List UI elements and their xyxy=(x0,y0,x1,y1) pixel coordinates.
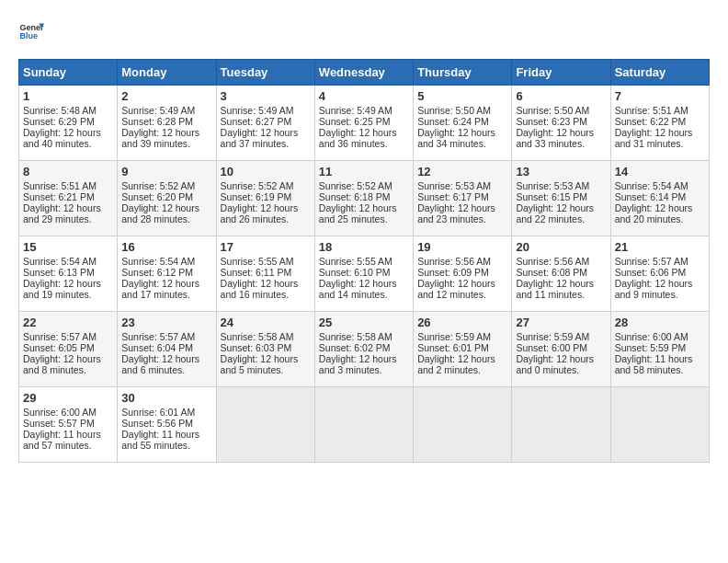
logo: General Blue xyxy=(18,18,44,44)
calendar-cell: 1Sunrise: 5:48 AMSunset: 6:29 PMDaylight… xyxy=(19,86,118,161)
calendar-cell: 10Sunrise: 5:52 AMSunset: 6:19 PMDayligh… xyxy=(216,161,314,236)
sunset-text: Sunset: 6:22 PM xyxy=(615,116,687,127)
day-header-tuesday: Tuesday xyxy=(216,60,314,86)
sunrise-text: Sunrise: 5:48 AM xyxy=(23,105,97,116)
day-number: 22 xyxy=(23,316,113,329)
day-header-saturday: Saturday xyxy=(610,60,709,86)
sunrise-text: Sunrise: 5:52 AM xyxy=(221,180,294,191)
logo-icon: General Blue xyxy=(18,18,44,44)
calendar-cell: 13Sunrise: 5:53 AMSunset: 6:15 PMDayligh… xyxy=(512,161,610,236)
sunset-text: Sunset: 5:56 PM xyxy=(121,418,193,429)
sunrise-text: Sunrise: 5:51 AM xyxy=(23,180,97,191)
calendar-cell: 4Sunrise: 5:49 AMSunset: 6:25 PMDaylight… xyxy=(314,86,413,161)
calendar-week-3: 15Sunrise: 5:54 AMSunset: 6:13 PMDayligh… xyxy=(19,236,710,312)
day-number: 19 xyxy=(417,240,507,254)
sunrise-text: Sunrise: 5:49 AM xyxy=(121,105,195,116)
calendar-week-4: 22Sunrise: 5:57 AMSunset: 6:05 PMDayligh… xyxy=(19,312,710,387)
sunrise-text: Sunrise: 5:52 AM xyxy=(319,180,392,191)
calendar-cell: 8Sunrise: 5:51 AMSunset: 6:21 PMDaylight… xyxy=(19,161,118,236)
sunset-text: Sunset: 6:25 PM xyxy=(319,116,391,127)
daylight-text: Daylight: 12 hours and 34 minutes. xyxy=(417,127,495,149)
sunset-text: Sunset: 6:05 PM xyxy=(23,342,95,353)
day-number: 18 xyxy=(319,240,409,254)
day-number: 7 xyxy=(615,89,705,103)
sunset-text: Sunset: 6:12 PM xyxy=(121,267,193,278)
calendar-table: SundayMondayTuesdayWednesdayThursdayFrid… xyxy=(18,59,710,463)
daylight-text: Daylight: 12 hours and 37 minutes. xyxy=(221,127,299,149)
sunrise-text: Sunrise: 5:51 AM xyxy=(615,105,688,116)
daylight-text: Daylight: 12 hours and 31 minutes. xyxy=(615,127,693,149)
sunrise-text: Sunrise: 5:55 AM xyxy=(221,256,294,267)
day-number: 10 xyxy=(221,165,311,178)
day-number: 15 xyxy=(23,240,113,254)
day-header-friday: Friday xyxy=(512,60,610,86)
daylight-text: Daylight: 12 hours and 16 minutes. xyxy=(221,278,299,300)
sunset-text: Sunset: 6:06 PM xyxy=(615,267,687,278)
day-number: 29 xyxy=(23,391,113,405)
sunset-text: Sunset: 6:21 PM xyxy=(23,191,95,202)
sunrise-text: Sunrise: 6:00 AM xyxy=(615,331,688,342)
calendar-cell: 2Sunrise: 5:49 AMSunset: 6:28 PMDaylight… xyxy=(118,86,216,161)
calendar-cell: 14Sunrise: 5:54 AMSunset: 6:14 PMDayligh… xyxy=(610,161,709,236)
sunset-text: Sunset: 6:02 PM xyxy=(319,342,391,353)
daylight-text: Daylight: 12 hours and 8 minutes. xyxy=(23,353,101,375)
sunrise-text: Sunrise: 5:52 AM xyxy=(121,180,195,191)
day-number: 12 xyxy=(417,165,507,178)
calendar-cell: 26Sunrise: 5:59 AMSunset: 6:01 PMDayligh… xyxy=(414,312,512,387)
daylight-text: Daylight: 12 hours and 6 minutes. xyxy=(121,353,199,375)
sunset-text: Sunset: 6:04 PM xyxy=(121,342,193,353)
day-number: 24 xyxy=(221,316,311,329)
daylight-text: Daylight: 11 hours and 58 minutes. xyxy=(615,353,693,375)
sunrise-text: Sunrise: 5:49 AM xyxy=(221,105,294,116)
sunrise-text: Sunrise: 6:00 AM xyxy=(23,407,97,418)
daylight-text: Daylight: 12 hours and 17 minutes. xyxy=(121,278,199,300)
daylight-text: Daylight: 12 hours and 2 minutes. xyxy=(417,353,495,375)
day-number: 26 xyxy=(417,316,507,329)
day-number: 13 xyxy=(516,165,606,178)
day-number: 30 xyxy=(121,391,211,405)
sunset-text: Sunset: 6:27 PM xyxy=(221,116,292,127)
daylight-text: Daylight: 12 hours and 3 minutes. xyxy=(319,353,397,375)
daylight-text: Daylight: 12 hours and 26 minutes. xyxy=(221,202,299,224)
day-number: 28 xyxy=(615,316,705,329)
calendar-cell: 30Sunrise: 6:01 AMSunset: 5:56 PMDayligh… xyxy=(118,387,216,463)
day-number: 14 xyxy=(615,165,705,178)
sunset-text: Sunset: 6:29 PM xyxy=(23,116,95,127)
sunset-text: Sunset: 6:17 PM xyxy=(417,191,489,202)
daylight-text: Daylight: 12 hours and 28 minutes. xyxy=(121,202,199,224)
sunrise-text: Sunrise: 6:01 AM xyxy=(121,407,195,418)
calendar-cell xyxy=(512,387,610,463)
calendar-cell: 27Sunrise: 5:59 AMSunset: 6:00 PMDayligh… xyxy=(512,312,610,387)
day-number: 27 xyxy=(516,316,606,329)
sunrise-text: Sunrise: 5:50 AM xyxy=(417,105,491,116)
day-number: 23 xyxy=(121,316,211,329)
calendar-cell: 17Sunrise: 5:55 AMSunset: 6:11 PMDayligh… xyxy=(216,236,314,312)
day-number: 5 xyxy=(417,89,507,103)
calendar-cell: 7Sunrise: 5:51 AMSunset: 6:22 PMDaylight… xyxy=(610,86,709,161)
day-number: 11 xyxy=(319,165,409,178)
daylight-text: Daylight: 12 hours and 36 minutes. xyxy=(319,127,397,149)
sunrise-text: Sunrise: 5:56 AM xyxy=(516,256,589,267)
calendar-cell: 25Sunrise: 5:58 AMSunset: 6:02 PMDayligh… xyxy=(314,312,413,387)
daylight-text: Daylight: 12 hours and 19 minutes. xyxy=(23,278,101,300)
calendar-week-5: 29Sunrise: 6:00 AMSunset: 5:57 PMDayligh… xyxy=(19,387,710,463)
calendar-cell: 18Sunrise: 5:55 AMSunset: 6:10 PMDayligh… xyxy=(314,236,413,312)
calendar-cell: 20Sunrise: 5:56 AMSunset: 6:08 PMDayligh… xyxy=(512,236,610,312)
day-number: 8 xyxy=(23,165,113,178)
calendar-header-row: SundayMondayTuesdayWednesdayThursdayFrid… xyxy=(19,60,710,86)
day-number: 25 xyxy=(319,316,409,329)
sunrise-text: Sunrise: 5:57 AM xyxy=(23,331,97,342)
sunrise-text: Sunrise: 5:55 AM xyxy=(319,256,392,267)
day-number: 20 xyxy=(516,240,606,254)
calendar-cell: 9Sunrise: 5:52 AMSunset: 6:20 PMDaylight… xyxy=(118,161,216,236)
calendar-cell: 12Sunrise: 5:53 AMSunset: 6:17 PMDayligh… xyxy=(414,161,512,236)
day-header-thursday: Thursday xyxy=(414,60,512,86)
calendar-cell: 3Sunrise: 5:49 AMSunset: 6:27 PMDaylight… xyxy=(216,86,314,161)
calendar-cell: 15Sunrise: 5:54 AMSunset: 6:13 PMDayligh… xyxy=(19,236,118,312)
sunrise-text: Sunrise: 5:50 AM xyxy=(516,105,589,116)
day-header-wednesday: Wednesday xyxy=(314,60,413,86)
daylight-text: Daylight: 11 hours and 57 minutes. xyxy=(23,429,101,451)
calendar-cell xyxy=(216,387,314,463)
calendar-week-2: 8Sunrise: 5:51 AMSunset: 6:21 PMDaylight… xyxy=(19,161,710,236)
calendar-cell: 24Sunrise: 5:58 AMSunset: 6:03 PMDayligh… xyxy=(216,312,314,387)
